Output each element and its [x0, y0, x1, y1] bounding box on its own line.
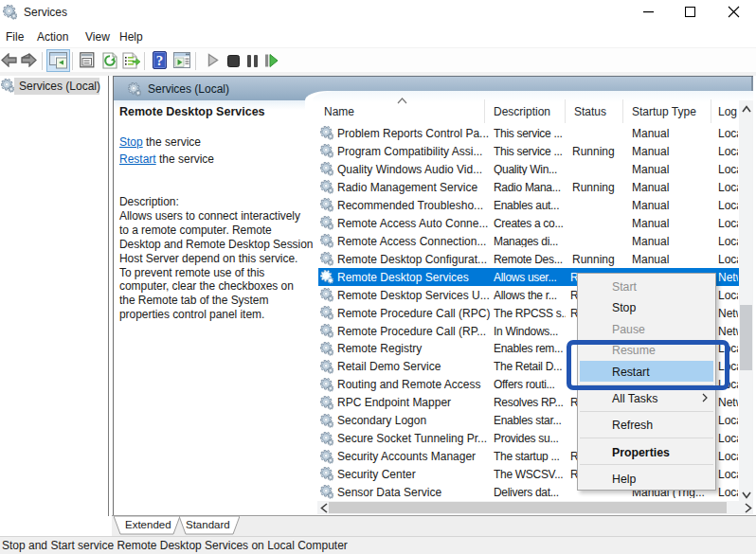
svg-text:?: ?: [156, 53, 164, 68]
